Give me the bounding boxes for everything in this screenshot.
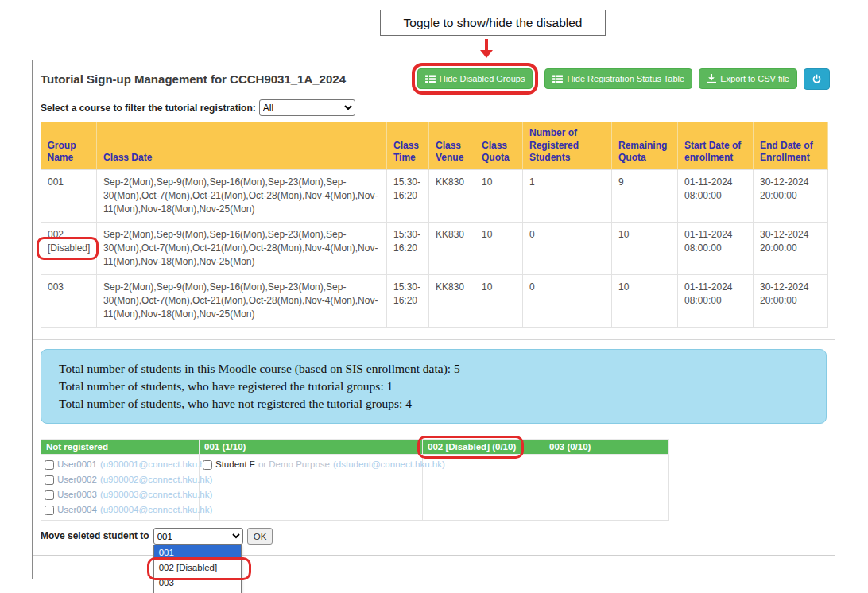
col-class-venue: Class Venue <box>429 122 475 169</box>
export-csv-button[interactable]: Export to CSV file <box>699 68 797 89</box>
col-class-quota: Class Quota <box>475 122 523 169</box>
move-select-dropdown: 001 002 [Disabled] 003 Not registered <box>153 545 242 593</box>
page-title: Tutorial Sign-up Management for CCCH9031… <box>41 72 346 86</box>
student-email: (dstudent@connect.hku.hk) <box>333 457 445 472</box>
student-row: User0003 (u900003@connect.hku.hk) <box>45 487 196 502</box>
summary-line-registered: Total number of students, who have regis… <box>59 378 808 395</box>
hide-disabled-groups-button[interactable]: Hide Disabled Groups <box>417 68 533 89</box>
registered-count: 0 <box>523 222 612 274</box>
move-student-label: Move seleted student to <box>41 528 149 545</box>
class-time: 15:30-16:20 <box>387 222 429 274</box>
student-name: User0002 <box>57 472 97 487</box>
end-date: 30-12-2024 20:00:00 <box>754 169 828 222</box>
dropdown-option-003[interactable]: 003 <box>154 576 241 591</box>
remaining-quota: 10 <box>612 274 678 327</box>
class-date: Sep-2(Mon),Sep-9(Mon),Sep-16(Mon),Sep-23… <box>97 169 387 222</box>
class-date: Sep-2(Mon),Sep-9(Mon),Sep-16(Mon),Sep-23… <box>97 274 387 327</box>
tutorial-signup-panel: Tutorial Sign-up Management for CCCH9031… <box>32 60 835 579</box>
status-col-001: 001 (1/10) <box>200 440 423 455</box>
button-label: Hide Registration Status Table <box>567 74 684 83</box>
student-checkbox[interactable] <box>45 490 54 500</box>
course-filter-row: Select a course to filter the tutorial r… <box>41 99 835 116</box>
registered-count: 0 <box>523 274 612 327</box>
registration-status-table: Not registered 001 (1/10) 002 [Disabled]… <box>41 439 669 521</box>
course-filter-label: Select a course to filter the tutorial r… <box>41 103 256 114</box>
student-name: Student F <box>215 457 255 472</box>
class-venue: KK830 <box>429 222 475 274</box>
class-quota: 10 <box>475 222 523 274</box>
student-row: User0002 (u900002@connect.hku.hk) <box>45 472 196 487</box>
group-name: 002 <box>48 228 90 242</box>
col-remaining: Remaining Quota <box>612 122 678 169</box>
class-quota: 10 <box>475 274 523 327</box>
summary-box: Total number of students in this Moodle … <box>41 349 827 424</box>
student-checkbox[interactable] <box>45 506 54 515</box>
status-header-row: Not registered 001 (1/10) 002 [Disabled]… <box>41 440 669 455</box>
status-col-003: 003 (0/10) <box>544 440 669 455</box>
groups-table-header-row: Group Name Class Date Class Time Class V… <box>41 122 828 169</box>
button-label: Export to CSV file <box>720 74 789 83</box>
status-col-002-label: 002 [Disabled] (0/10) <box>428 442 516 452</box>
col-class-time: Class Time <box>387 122 429 169</box>
power-icon <box>812 74 822 84</box>
student-name: User0004 <box>57 502 97 517</box>
status-body-row: User0001 (u900001@connect.hku.hk) User00… <box>41 455 669 521</box>
course-filter-select[interactable]: All <box>259 99 355 116</box>
move-select-wrap: 001 001 002 [Disabled] 003 Not registere… <box>153 528 243 545</box>
student-email: (u900004@connect.hku.hk) <box>100 502 212 517</box>
student-row: User0001 (u900001@connect.hku.hk) <box>45 457 196 472</box>
class-venue: KK830 <box>429 274 475 327</box>
group-003-cell <box>544 455 669 521</box>
annotation-arrow-head <box>480 50 493 58</box>
student-name: User0001 <box>57 457 97 472</box>
group-row-003: 003 Sep-2(Mon),Sep-9(Mon),Sep-16(Mon),Se… <box>41 274 828 327</box>
student-name-faded: or Demo Purpose <box>258 457 330 472</box>
student-row: User0004 (u900004@connect.hku.hk) <box>45 502 196 517</box>
dropdown-option-001[interactable]: 001 <box>154 545 241 560</box>
student-row: Student For Demo Purpose (dstudent@conne… <box>203 457 419 472</box>
student-checkbox[interactable] <box>45 475 54 485</box>
start-date: 01-11-2024 08:00:00 <box>678 169 754 222</box>
group-001-cell: Student For Demo Purpose (dstudent@conne… <box>200 455 423 521</box>
col-end-date: End Date of Enrollment <box>754 122 828 169</box>
toolbar: Hide Disabled Groups Hide Registration S… <box>412 63 830 95</box>
dropdown-option-002-disabled[interactable]: 002 [Disabled] <box>154 560 241 576</box>
student-email: (u900003@connect.hku.hk) <box>100 487 212 502</box>
refresh-button[interactable] <box>804 68 830 90</box>
col-registered: Number of Registered Students <box>523 122 612 169</box>
list-icon <box>552 75 563 83</box>
group-disabled-tag: [Disabled] <box>48 242 90 255</box>
student-checkbox[interactable] <box>203 460 212 470</box>
student-name: User0003 <box>57 487 97 502</box>
group-name: 003 <box>48 281 90 294</box>
col-start-date: Start Date of enrollment <box>678 122 754 169</box>
download-icon <box>707 74 716 83</box>
move-student-select[interactable]: 001 <box>153 528 243 545</box>
remaining-quota: 9 <box>612 169 678 222</box>
hide-registration-status-table-button[interactable]: Hide Registration Status Table <box>544 68 692 89</box>
class-time: 15:30-16:20 <box>387 274 429 327</box>
col-group-name: Group Name <box>41 122 97 169</box>
class-time: 15:30-16:20 <box>387 169 429 222</box>
student-checkbox[interactable] <box>45 460 54 470</box>
class-date: Sep-2(Mon),Sep-9(Mon),Sep-16(Mon),Sep-23… <box>97 222 387 274</box>
student-email: (u900002@connect.hku.hk) <box>100 472 212 487</box>
annotation-ring-hide-disabled: Hide Disabled Groups <box>412 63 539 95</box>
topbar: Tutorial Sign-up Management for CCCH9031… <box>33 60 835 95</box>
group-row-001: 001 Sep-2(Mon),Sep-9(Mon),Sep-16(Mon),Se… <box>41 169 828 222</box>
registered-count: 1 <box>523 169 612 222</box>
group-name: 001 <box>48 176 90 189</box>
group-row-002: 002 [Disabled] Sep-2(Mon),Sep-9(Mon),Sep… <box>41 222 828 274</box>
summary-line-not-registered: Total number of students, who have not r… <box>59 395 808 413</box>
annotation-callout: Toggle to show/hide the disabled <box>380 10 606 36</box>
col-class-date: Class Date <box>97 122 387 169</box>
class-venue: KK830 <box>429 169 475 222</box>
start-date: 01-11-2024 08:00:00 <box>678 274 754 327</box>
end-date: 30-12-2024 20:00:00 <box>754 222 828 274</box>
status-col-not-registered: Not registered <box>41 440 200 455</box>
ok-button[interactable]: OK <box>247 528 273 545</box>
end-date: 30-12-2024 20:00:00 <box>754 274 828 327</box>
groups-table: Group Name Class Date Class Time Class V… <box>41 122 828 328</box>
class-quota: 10 <box>475 169 523 222</box>
list-icon <box>425 75 436 83</box>
